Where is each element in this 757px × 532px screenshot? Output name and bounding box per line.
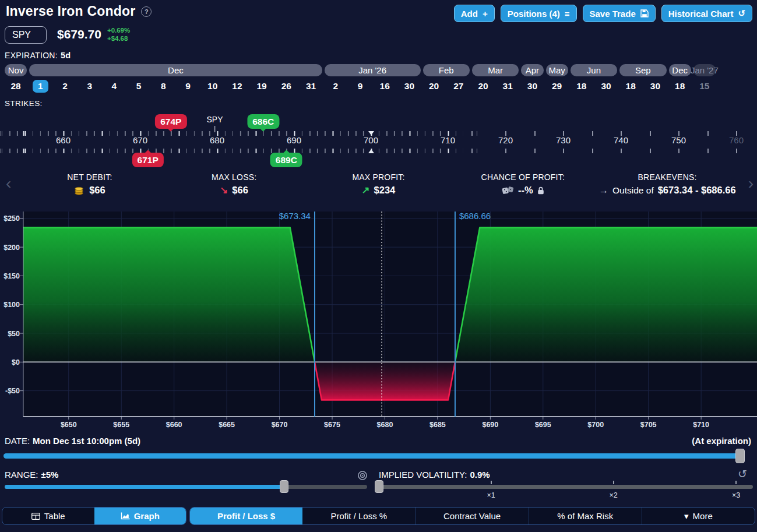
stat-label: CHANCE OF PROFIT: <box>481 172 565 182</box>
chevron-down-icon: ▾ <box>684 511 689 522</box>
positions-button[interactable]: Positions (4)≡ <box>501 5 577 22</box>
stat-value: →Outside of$673.34 - $686.66 <box>599 185 736 196</box>
expiration-date[interactable]: 31 <box>495 78 520 94</box>
target-icon[interactable] <box>357 470 368 483</box>
expiration-date[interactable]: 9 <box>175 78 200 94</box>
expiration-date[interactable]: 30 <box>594 78 618 94</box>
page-title: Inverse Iron Condor <box>6 3 135 19</box>
expiration-date[interactable]: 30 <box>397 78 421 94</box>
expiration-date[interactable]: 18 <box>668 78 692 94</box>
price-change-percent: +0.69% <box>107 27 130 34</box>
expiration-date[interactable]: 16 <box>372 78 397 94</box>
tab-graph[interactable]: Graph <box>94 508 186 524</box>
svg-text:$655: $655 <box>113 421 129 429</box>
expiration-date[interactable]: 27 <box>446 78 471 94</box>
tab-label: Profit / Loss $ <box>217 511 275 521</box>
strike-badge-686C[interactable]: 686C <box>247 114 279 129</box>
expiration-date[interactable]: 4 <box>102 78 126 94</box>
expiration-date[interactable]: 15 <box>692 78 717 94</box>
expiration-date[interactable]: 19 <box>249 78 274 94</box>
reset-icon[interactable]: ↺ <box>738 467 747 481</box>
ruler-label-750: 750 <box>671 135 686 145</box>
stats-next-chevron[interactable]: › <box>748 175 754 192</box>
strikes-ruler[interactable]: 660670680690700710720730740750760674P686… <box>0 110 757 172</box>
strike-badge-689C[interactable]: 689C <box>270 153 302 167</box>
month-pill[interactable]: Sep <box>619 64 666 76</box>
stat-label: BREAKEVENS: <box>638 172 697 182</box>
expiration-date[interactable]: 26 <box>274 78 298 94</box>
stat-label: MAX LOSS: <box>212 172 256 182</box>
spy-marker-label: SPY <box>207 115 223 124</box>
stat-net-debit: NET DEBIT:$66 <box>17 172 162 196</box>
tab-profit-loss-percent[interactable]: Profit / Loss % <box>302 508 415 524</box>
header-buttons: Add+Positions (4)≡Save TradeHistorical C… <box>454 5 752 22</box>
tab-label: % of Max Risk <box>557 511 613 521</box>
expiration-date[interactable]: 3 <box>78 78 102 94</box>
iv-slider[interactable] <box>379 485 753 489</box>
month-pill[interactable]: Mar <box>472 64 519 76</box>
expiration-date[interactable]: 30 <box>520 78 544 94</box>
tab-more[interactable]: ▾More <box>642 508 755 524</box>
strikes-label: STRIKES: <box>5 99 43 108</box>
svg-text:$670: $670 <box>272 421 288 429</box>
month-pill[interactable]: Nov <box>5 64 27 76</box>
ruler-label-710: 710 <box>441 135 455 145</box>
expiration-date[interactable]: 20 <box>471 78 495 94</box>
ruler-label-760: 760 <box>729 135 744 145</box>
lock-icon[interactable] <box>537 186 544 195</box>
stat-value-text: $234 <box>374 185 396 196</box>
expiration-date[interactable]: 29 <box>545 78 569 94</box>
add-button[interactable]: Add+ <box>454 5 495 22</box>
range-slider[interactable] <box>5 485 367 489</box>
expiration-date[interactable]: 30 <box>643 78 667 94</box>
date-slider[interactable] <box>3 453 745 459</box>
strike-badge-671P[interactable]: 671P <box>132 153 164 167</box>
expiration-date[interactable]: 10 <box>200 78 225 94</box>
iv-slider-handle[interactable] <box>375 480 383 493</box>
month-pill[interactable]: Apr <box>521 64 543 76</box>
expiration-date[interactable]: 20 <box>422 78 446 94</box>
iv-tick-label: ×1 <box>487 491 495 499</box>
stats-prev-chevron[interactable]: ‹ <box>6 175 11 192</box>
expiration-date[interactable]: 2 <box>323 78 348 94</box>
expiration-date[interactable]: 9 <box>348 78 372 94</box>
tab-contract-value[interactable]: Contract Value <box>415 508 528 524</box>
strike-badge-674P[interactable]: 674P <box>155 114 186 129</box>
tab-percent-of-max-risk[interactable]: % of Max Risk <box>529 508 642 524</box>
range-slider-handle[interactable] <box>280 480 288 493</box>
expiration-date[interactable]: 12 <box>225 78 249 94</box>
month-pill[interactable]: Jun <box>571 64 617 76</box>
month-pill[interactable]: Dec <box>669 64 691 76</box>
expiration-date[interactable]: 31 <box>298 78 323 94</box>
month-pill[interactable]: Dec <box>29 64 322 76</box>
month-pill[interactable]: May <box>546 64 568 76</box>
month-pill[interactable]: Jan '27 <box>693 64 716 76</box>
arrow-up-right-icon: ↗ <box>362 185 370 196</box>
tab-label: Profit / Loss % <box>330 511 387 521</box>
date-slider-handle[interactable] <box>735 449 745 463</box>
expiration-date[interactable]: 28 <box>3 78 28 94</box>
svg-text:$650: $650 <box>61 421 77 429</box>
svg-text:$200: $200 <box>3 244 20 252</box>
help-icon[interactable]: ? <box>141 6 152 17</box>
implied-volatility-label: IMPLIED VOLATILITY:0.9% <box>379 470 490 480</box>
expiration-date[interactable]: 18 <box>569 78 594 94</box>
month-pill[interactable]: Feb <box>423 64 470 76</box>
tab-profit-loss-dollar[interactable]: Profit / Loss $ <box>190 508 302 524</box>
price-change: +0.69% +$4.68 <box>107 27 130 43</box>
ruler-label-680: 680 <box>210 135 224 145</box>
month-pill[interactable]: Jan '26 <box>325 64 421 76</box>
expiration-date[interactable]: 8 <box>151 78 175 94</box>
expiration-date[interactable]: 2 <box>52 78 77 94</box>
tab-table[interactable]: Table <box>2 508 94 524</box>
symbol-input[interactable]: SPY <box>5 26 47 44</box>
expiration-date[interactable]: 1 <box>28 78 52 94</box>
iv-tick-mark <box>491 481 492 484</box>
historical-chart-button[interactable]: Historical Chart↺ <box>661 5 752 22</box>
expiration-date[interactable]: 5 <box>126 78 151 94</box>
expiration-date[interactable]: 18 <box>618 78 643 94</box>
history-icon: ↺ <box>738 8 745 19</box>
save-trade-button[interactable]: Save Trade <box>583 5 656 22</box>
date-label: DATE:Mon Dec 1st 10:00pm (5d) <box>5 436 140 446</box>
ruler-ticks-bottom-dense <box>0 149 463 153</box>
